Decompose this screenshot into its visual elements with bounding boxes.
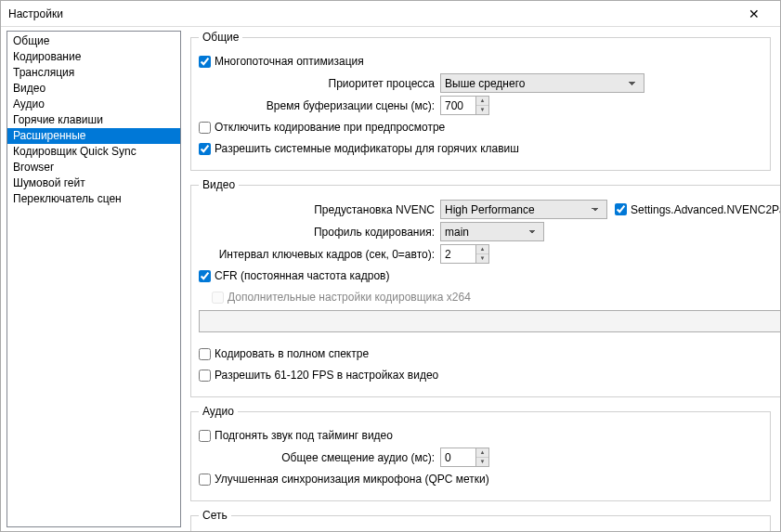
sidebar-item-noise-gate[interactable]: Шумовой гейт bbox=[7, 175, 180, 191]
keyframe-input[interactable] bbox=[440, 244, 475, 264]
group-audio-legend: Аудио bbox=[199, 405, 238, 418]
group-audio: Аудио Подгонять звук под тайминг видео О… bbox=[190, 405, 771, 501]
nvenc-preset-select[interactable]: High Performance bbox=[440, 200, 607, 219]
buffer-label: Время буферизации сцены (мс): bbox=[199, 99, 440, 112]
allow-modifiers-label: Разрешить системные модификаторы для гор… bbox=[215, 142, 519, 155]
keyframe-spinner[interactable]: ▲▼ bbox=[440, 244, 489, 264]
settings-window: Настройки ✕ Общие Кодирование Трансляция… bbox=[0, 0, 781, 532]
buffer-spin-buttons[interactable]: ▲▼ bbox=[475, 96, 489, 115]
window-body: Общие Кодирование Трансляция Видео Аудио… bbox=[1, 27, 780, 531]
allow-61-120-label: Разрешить 61-120 FPS в настройках видео bbox=[215, 369, 438, 382]
nvenc2pass-checkbox[interactable]: Settings.Advanced.NVENC2Pass bbox=[615, 203, 780, 216]
keyframe-label: Интервал ключевых кадров (сек, 0=авто): bbox=[199, 248, 440, 261]
sidebar-item-video[interactable]: Видео bbox=[7, 81, 180, 97]
window-title: Настройки bbox=[8, 7, 735, 20]
group-video: Видео Предустановка NVENC High Performan… bbox=[190, 178, 780, 397]
multithreaded-checkbox[interactable]: Многопоточная оптимизация bbox=[199, 55, 364, 68]
disable-preview-encoding-checkbox[interactable]: Отключить кодирование при предпросмотре bbox=[199, 121, 445, 134]
nvenc-preset-label: Предустановка NVENC bbox=[199, 203, 440, 216]
buffer-spinner[interactable]: ▲▼ bbox=[440, 96, 489, 115]
spin-down-icon[interactable]: ▼ bbox=[476, 458, 488, 466]
audio-offset-spin-buttons[interactable]: ▲▼ bbox=[475, 448, 489, 467]
allow-modifiers-checkbox[interactable]: Разрешить системные модификаторы для гор… bbox=[199, 142, 519, 155]
audio-offset-spinner[interactable]: ▲▼ bbox=[440, 448, 489, 467]
sidebar-item-hotkeys[interactable]: Горячие клавиши bbox=[7, 112, 180, 128]
cfr-checkbox[interactable]: CFR (постоянная частота кадров) bbox=[199, 269, 389, 282]
buffer-input[interactable] bbox=[440, 96, 475, 115]
x264-extra-label: Дополнительные настройки кодировщика x26… bbox=[228, 291, 471, 304]
sync-to-video-label: Подгонять звук под тайминг видео bbox=[215, 429, 393, 442]
titlebar: Настройки ✕ bbox=[1, 1, 780, 27]
spin-up-icon[interactable]: ▲ bbox=[476, 245, 488, 254]
priority-select[interactable]: Выше среднего bbox=[440, 73, 644, 93]
multithreaded-label: Многопоточная оптимизация bbox=[215, 55, 364, 68]
group-general: Общие Многопоточная оптимизация Приорите… bbox=[190, 31, 771, 171]
profile-select[interactable]: main bbox=[440, 222, 544, 241]
group-network-legend: Сеть bbox=[199, 509, 231, 522]
x264-extra-input bbox=[199, 310, 780, 332]
sidebar-item-audio[interactable]: Аудио bbox=[7, 97, 180, 112]
sync-to-video-checkbox[interactable]: Подгонять звук под тайминг видео bbox=[199, 429, 393, 442]
disable-preview-encoding-label: Отключить кодирование при предпросмотре bbox=[215, 121, 445, 134]
audio-offset-input[interactable] bbox=[440, 448, 475, 467]
allow-61-120-checkbox[interactable]: Разрешить 61-120 FPS в настройках видео bbox=[199, 369, 438, 382]
sidebar-item-encoding[interactable]: Кодирование bbox=[7, 49, 180, 65]
sidebar-item-browser[interactable]: Browser bbox=[7, 160, 180, 175]
spin-up-icon[interactable]: ▲ bbox=[476, 97, 488, 106]
mic-sync-checkbox[interactable]: Улучшенная синхронизация микрофона (QPC … bbox=[199, 473, 489, 486]
spin-up-icon[interactable]: ▲ bbox=[476, 448, 488, 458]
sidebar-item-quicksync[interactable]: Кодировщик Quick Sync bbox=[7, 144, 180, 160]
profile-label: Профиль кодирования: bbox=[199, 226, 440, 239]
group-network: Сеть Автоматический режим низкой задержк… bbox=[190, 509, 771, 531]
sidebar-item-broadcast[interactable]: Трансляция bbox=[7, 65, 180, 81]
keyframe-spin-buttons[interactable]: ▲▼ bbox=[475, 244, 489, 264]
group-general-legend: Общие bbox=[199, 31, 242, 44]
spin-down-icon[interactable]: ▼ bbox=[476, 106, 488, 114]
priority-label: Приоритет процесса bbox=[199, 77, 440, 90]
mic-sync-label: Улучшенная синхронизация микрофона (QPC … bbox=[215, 473, 489, 486]
x264-extra-checkbox: Дополнительные настройки кодировщика x26… bbox=[212, 291, 471, 304]
sidebar-item-scene-switcher[interactable]: Переключатель сцен bbox=[7, 191, 180, 207]
nvenc2pass-label: Settings.Advanced.NVENC2Pass bbox=[631, 203, 780, 216]
sidebar: Общие Кодирование Трансляция Видео Аудио… bbox=[7, 31, 181, 527]
main-panel: Общие Многопоточная оптимизация Приорите… bbox=[181, 27, 780, 531]
full-range-label: Кодировать в полном спектре bbox=[215, 347, 369, 360]
sidebar-item-general[interactable]: Общие bbox=[7, 33, 180, 49]
group-video-legend: Видео bbox=[199, 178, 239, 191]
sidebar-item-advanced[interactable]: Расширенные bbox=[7, 128, 180, 144]
full-range-checkbox[interactable]: Кодировать в полном спектре bbox=[199, 347, 369, 360]
cfr-label: CFR (постоянная частота кадров) bbox=[215, 269, 389, 282]
close-icon[interactable]: ✕ bbox=[735, 1, 773, 26]
audio-offset-label: Общее смещение аудио (мс): bbox=[199, 451, 440, 464]
spin-down-icon[interactable]: ▼ bbox=[476, 254, 488, 263]
